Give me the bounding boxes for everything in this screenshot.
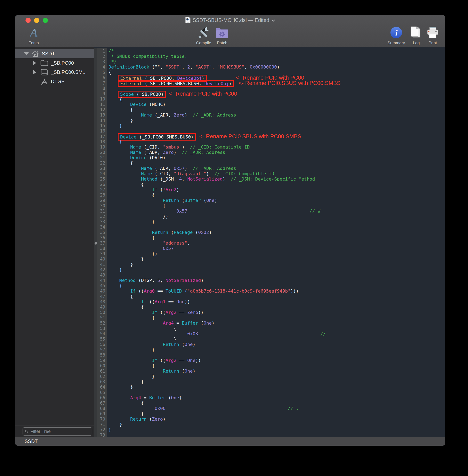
breakpoint-gutter[interactable] bbox=[94, 288, 97, 294]
breakpoint-gutter[interactable] bbox=[94, 224, 97, 230]
patch-button[interactable]: Patch bbox=[212, 25, 232, 45]
breakpoint-gutter[interactable] bbox=[94, 230, 97, 235]
breakpoint-gutter[interactable] bbox=[94, 75, 97, 80]
breakpoint-gutter[interactable] bbox=[94, 416, 97, 422]
breakpoint-gutter[interactable] bbox=[94, 112, 97, 118]
breakpoint-gutter[interactable] bbox=[94, 299, 97, 304]
tree-item-label: _SB.PC00.SM... bbox=[51, 69, 87, 75]
code-text: } bbox=[107, 118, 445, 123]
breakpoint-gutter[interactable] bbox=[94, 246, 97, 251]
breakpoint-gutter[interactable] bbox=[94, 411, 97, 416]
breakpoint-gutter[interactable] bbox=[94, 406, 97, 411]
compile-button[interactable]: Compile bbox=[194, 25, 214, 45]
breakpoint-gutter[interactable] bbox=[94, 347, 97, 353]
breakpoint-gutter[interactable] bbox=[94, 251, 97, 256]
filter-field[interactable] bbox=[23, 427, 92, 436]
breakpoint-gutter[interactable] bbox=[94, 320, 97, 326]
breakpoint-gutter[interactable] bbox=[94, 278, 97, 283]
breakpoint-gutter[interactable] bbox=[94, 272, 97, 278]
code-line: 52 Arg4 = Buffer (One) bbox=[94, 320, 445, 326]
breakpoint-gutter[interactable] bbox=[94, 59, 97, 64]
breakpoint-gutter[interactable] bbox=[94, 331, 97, 337]
sidebar-item-sbpc00[interactable]: _SB.PC00 bbox=[15, 58, 94, 68]
breakpoint-gutter[interactable] bbox=[94, 385, 97, 390]
breakpoint-gutter[interactable] bbox=[94, 134, 97, 139]
breakpoint-gutter[interactable] bbox=[94, 161, 97, 166]
breakpoint-gutter[interactable] bbox=[94, 214, 97, 219]
line-number: 71 bbox=[97, 422, 107, 427]
filter-input[interactable] bbox=[30, 429, 90, 434]
breakpoint-gutter[interactable] bbox=[94, 363, 97, 369]
breakpoint-gutter[interactable] bbox=[94, 166, 97, 171]
disclosure-triangle-icon[interactable] bbox=[24, 52, 29, 55]
breakpoint-gutter[interactable] bbox=[94, 310, 97, 315]
breakpoint-gutter[interactable] bbox=[94, 118, 97, 123]
breakpoint-gutter[interactable] bbox=[94, 203, 97, 208]
breakpoint-gutter[interactable] bbox=[94, 139, 97, 144]
fonts-button[interactable]: AFonts bbox=[24, 25, 44, 45]
breakpoint-gutter[interactable] bbox=[94, 182, 97, 187]
breakpoint-gutter[interactable] bbox=[94, 171, 97, 177]
print-button[interactable]: Print bbox=[423, 25, 443, 45]
breakpoint-gutter[interactable] bbox=[94, 390, 97, 395]
breakpoint-gutter[interactable] bbox=[94, 219, 97, 224]
breakpoint-gutter[interactable] bbox=[94, 395, 97, 401]
breakpoint-gutter[interactable] bbox=[94, 80, 97, 86]
code-text: 0x57 // W bbox=[107, 208, 445, 214]
breakpoint-gutter[interactable] bbox=[94, 150, 97, 155]
breakpoint-gutter[interactable] bbox=[94, 374, 97, 379]
code-text: { bbox=[107, 182, 445, 187]
breakpoint-gutter[interactable] bbox=[94, 64, 97, 70]
code-editor[interactable]: 1/*2 * SMBus compatibility table.3 */4De… bbox=[94, 47, 445, 437]
breakpoint-gutter[interactable] bbox=[94, 267, 97, 272]
breakpoint-gutter[interactable] bbox=[94, 96, 97, 102]
breakpoint-gutter[interactable] bbox=[94, 427, 97, 432]
breakpoint-gutter[interactable] bbox=[94, 54, 97, 59]
breakpoint-gutter[interactable] bbox=[94, 401, 97, 406]
breakpoint-gutter[interactable] bbox=[94, 262, 97, 267]
breakpoint-gutter[interactable] bbox=[94, 379, 97, 385]
breakpoint-gutter[interactable] bbox=[94, 294, 97, 299]
breakpoint-gutter[interactable] bbox=[94, 48, 97, 54]
code-text: Name (_ADR, Zero) // _ADR: Address bbox=[107, 112, 445, 118]
breakpoint-gutter[interactable] bbox=[94, 326, 97, 331]
code-line: 33 } bbox=[94, 219, 445, 224]
breakpoint-gutter[interactable] bbox=[94, 422, 97, 427]
breakpoint-gutter[interactable] bbox=[94, 337, 97, 342]
breakpoint-gutter[interactable] bbox=[94, 369, 97, 374]
breakpoint-gutter[interactable] bbox=[94, 235, 97, 240]
breakpoint-gutter[interactable] bbox=[94, 240, 97, 246]
breakpoint-gutter[interactable] bbox=[94, 91, 97, 96]
breakpoint-gutter[interactable] bbox=[94, 283, 97, 288]
breakpoint-gutter[interactable] bbox=[94, 256, 97, 262]
code-line: 72} bbox=[94, 427, 445, 432]
breakpoint-gutter[interactable] bbox=[94, 123, 97, 128]
breakpoint-gutter[interactable] bbox=[94, 193, 97, 198]
code-text: */ bbox=[107, 59, 445, 64]
breakpoint-gutter[interactable] bbox=[94, 107, 97, 112]
sidebar-item-sbpc00sm[interactable]: _SB.PC00.SM... bbox=[15, 68, 94, 77]
disclosure-triangle-icon[interactable] bbox=[33, 70, 36, 74]
breakpoint-gutter[interactable] bbox=[94, 86, 97, 91]
breakpoint-gutter[interactable] bbox=[94, 187, 97, 193]
breakpoint-gutter[interactable] bbox=[94, 102, 97, 107]
breakpoint-gutter[interactable] bbox=[94, 432, 97, 437]
breakpoint-gutter[interactable] bbox=[94, 208, 97, 214]
breakpoint-gutter[interactable] bbox=[94, 358, 97, 363]
chevron-down-icon[interactable] bbox=[271, 19, 275, 22]
summary-button[interactable]: iSummary bbox=[386, 25, 406, 45]
breakpoint-gutter[interactable] bbox=[94, 342, 97, 347]
breakpoint-gutter[interactable] bbox=[94, 128, 97, 134]
breakpoint-gutter[interactable] bbox=[94, 144, 97, 150]
code-text bbox=[107, 353, 445, 358]
sidebar-item-dtgp[interactable]: DTGP bbox=[15, 77, 94, 86]
breakpoint-gutter[interactable] bbox=[94, 198, 97, 203]
sidebar-item-ssdt[interactable]: SSDT bbox=[15, 49, 94, 58]
breakpoint-gutter[interactable] bbox=[94, 315, 97, 320]
breakpoint-gutter[interactable] bbox=[94, 70, 97, 75]
disclosure-triangle-icon[interactable] bbox=[33, 61, 36, 65]
breakpoint-gutter[interactable] bbox=[94, 353, 97, 358]
breakpoint-gutter[interactable] bbox=[94, 304, 97, 310]
breakpoint-gutter[interactable] bbox=[94, 177, 97, 182]
breakpoint-gutter[interactable] bbox=[94, 155, 97, 161]
